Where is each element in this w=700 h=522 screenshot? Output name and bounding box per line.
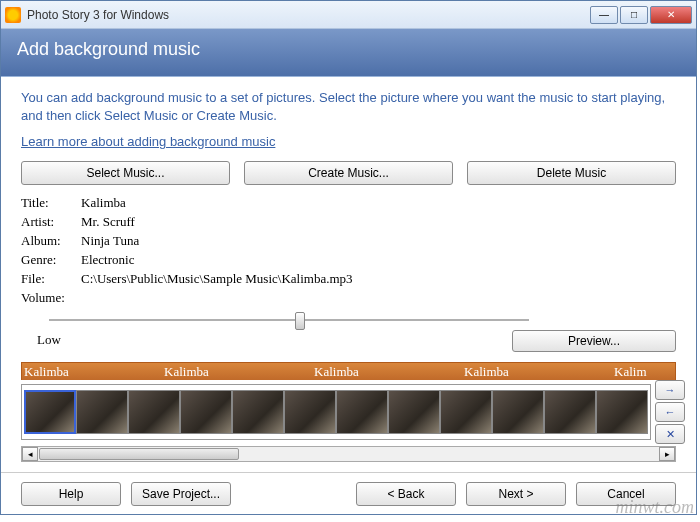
- meta-album-label: Album:: [21, 233, 81, 249]
- move-left-button[interactable]: ←: [655, 402, 685, 422]
- preview-button[interactable]: Preview...: [512, 330, 676, 352]
- move-right-button[interactable]: →: [655, 380, 685, 400]
- create-music-button[interactable]: Create Music...: [244, 161, 453, 185]
- scroll-thumb[interactable]: [39, 448, 239, 460]
- meta-genre-label: Genre:: [21, 252, 81, 268]
- thumbnail[interactable]: [596, 390, 648, 434]
- slider-thumb[interactable]: [295, 312, 305, 330]
- remove-button[interactable]: ✕: [655, 424, 685, 444]
- page-header: Add background music: [1, 29, 696, 77]
- thumbnail[interactable]: [180, 390, 232, 434]
- intro-text: You can add background music to a set of…: [21, 89, 676, 124]
- meta-artist-label: Artist:: [21, 214, 81, 230]
- meta-file-label: File:: [21, 271, 81, 287]
- help-button[interactable]: Help: [21, 482, 121, 506]
- track-segment: Kalimba: [22, 364, 162, 380]
- meta-file: C:\Users\Public\Music\Sample Music\Kalim…: [81, 271, 353, 287]
- scroll-left-button[interactable]: ◂: [22, 447, 38, 461]
- slider-track-line: [49, 319, 529, 321]
- learn-more-link[interactable]: Learn more about adding background music: [21, 134, 275, 149]
- thumbnail[interactable]: [76, 390, 128, 434]
- track-segment: Kalimba: [162, 364, 312, 380]
- thumbnail[interactable]: [284, 390, 336, 434]
- thumbnail-strip: [21, 384, 651, 440]
- thumbnail[interactable]: [492, 390, 544, 434]
- save-project-button[interactable]: Save Project...: [131, 482, 231, 506]
- select-music-button[interactable]: Select Music...: [21, 161, 230, 185]
- window-title: Photo Story 3 for Windows: [27, 8, 590, 22]
- meta-volume-label: Volume:: [21, 290, 81, 306]
- thumbnail[interactable]: [388, 390, 440, 434]
- minimize-button[interactable]: —: [590, 6, 618, 24]
- track-segment: Kalim: [612, 364, 672, 380]
- next-button[interactable]: Next >: [466, 482, 566, 506]
- meta-title-label: Title:: [21, 195, 81, 211]
- scroll-right-button[interactable]: ▸: [659, 447, 675, 461]
- volume-slider[interactable]: [49, 312, 529, 328]
- app-icon: [5, 7, 21, 23]
- cancel-button[interactable]: Cancel: [576, 482, 676, 506]
- meta-artist: Mr. Scruff: [81, 214, 135, 230]
- close-button[interactable]: ✕: [650, 6, 692, 24]
- meta-album: Ninja Tuna: [81, 233, 139, 249]
- thumbnail[interactable]: [544, 390, 596, 434]
- thumbnail[interactable]: [232, 390, 284, 434]
- horizontal-scrollbar[interactable]: ◂ ▸: [21, 446, 676, 462]
- music-metadata: Title:Kalimba Artist:Mr. Scruff Album:Ni…: [21, 195, 676, 306]
- thumbnail[interactable]: [24, 390, 76, 434]
- thumbnail[interactable]: [440, 390, 492, 434]
- delete-music-button[interactable]: Delete Music: [467, 161, 676, 185]
- maximize-button[interactable]: □: [620, 6, 648, 24]
- back-button[interactable]: < Back: [356, 482, 456, 506]
- meta-genre: Electronic: [81, 252, 134, 268]
- titlebar: Photo Story 3 for Windows — □ ✕: [1, 1, 696, 29]
- thumbnail[interactable]: [336, 390, 388, 434]
- page-title: Add background music: [17, 39, 200, 59]
- thumbnail[interactable]: [128, 390, 180, 434]
- wizard-footer: Help Save Project... < Back Next > Cance…: [1, 472, 696, 514]
- music-track-bar: KalimbaKalimbaKalimbaKalimbaKalim: [21, 362, 676, 380]
- track-segment: Kalimba: [312, 364, 462, 380]
- track-segment: Kalimba: [462, 364, 612, 380]
- meta-title: Kalimba: [81, 195, 126, 211]
- slider-low-label: Low: [37, 332, 61, 348]
